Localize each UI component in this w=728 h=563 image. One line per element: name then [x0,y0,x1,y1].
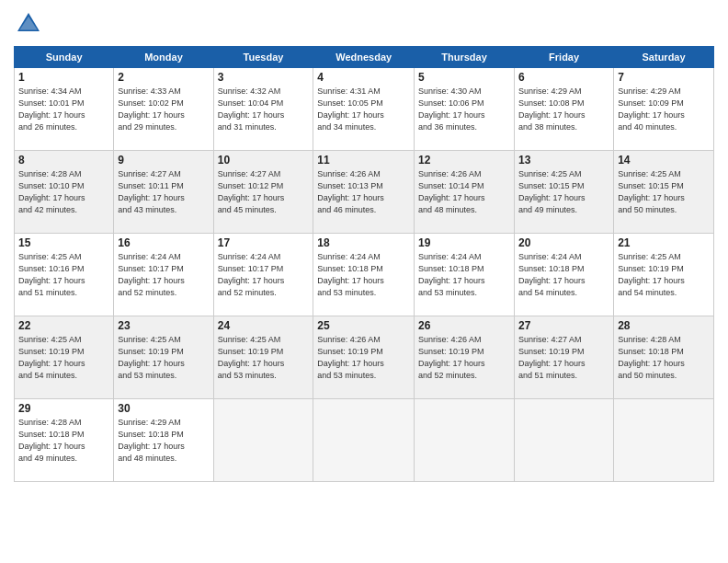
day-info: Sunrise: 4:25 AM Sunset: 10:15 PM Daylig… [618,168,710,216]
calendar-cell: 7Sunrise: 4:29 AM Sunset: 10:09 PM Dayli… [614,68,714,151]
day-number: 3 [218,71,310,84]
day-number: 9 [118,154,209,167]
day-number: 23 [118,319,209,332]
day-number: 25 [317,319,410,332]
calendar-cell [614,399,714,482]
page: Sunday Monday Tuesday Wednesday Thursday… [0,0,728,563]
day-number: 12 [418,154,510,167]
calendar-cell: 17Sunrise: 4:24 AM Sunset: 10:17 PM Dayl… [213,234,313,316]
calendar-cell: 26Sunrise: 4:26 AM Sunset: 10:19 PM Dayl… [415,316,515,399]
calendar-cell: 6Sunrise: 4:29 AM Sunset: 10:08 PM Dayli… [515,68,614,151]
calendar-cell: 2Sunrise: 4:33 AM Sunset: 10:02 PM Dayli… [114,68,213,151]
day-info: Sunrise: 4:32 AM Sunset: 10:04 PM Daylig… [218,86,310,133]
col-thursday: Thursday [415,47,515,68]
day-number: 29 [18,402,109,415]
day-info: Sunrise: 4:26 AM Sunset: 10:14 PM Daylig… [418,168,510,216]
calendar-cell: 1Sunrise: 4:34 AM Sunset: 10:01 PM Dayli… [15,68,114,151]
day-info: Sunrise: 4:25 AM Sunset: 10:19 PM Daylig… [18,334,109,382]
calendar-cell: 27Sunrise: 4:27 AM Sunset: 10:19 PM Dayl… [515,316,614,399]
calendar-cell: 18Sunrise: 4:24 AM Sunset: 10:18 PM Dayl… [313,234,415,316]
day-number: 13 [518,154,609,167]
day-number: 10 [218,154,310,167]
day-number: 6 [518,71,609,84]
col-tuesday: Tuesday [213,47,313,68]
day-info: Sunrise: 4:25 AM Sunset: 10:19 PM Daylig… [118,334,209,382]
day-info: Sunrise: 4:34 AM Sunset: 10:01 PM Daylig… [18,86,109,133]
day-number: 22 [18,319,109,332]
day-info: Sunrise: 4:28 AM Sunset: 10:10 PM Daylig… [18,168,109,216]
day-info: Sunrise: 4:31 AM Sunset: 10:05 PM Daylig… [317,86,410,133]
day-info: Sunrise: 4:24 AM Sunset: 10:18 PM Daylig… [317,251,410,299]
calendar-week-row: 8Sunrise: 4:28 AM Sunset: 10:10 PM Dayli… [15,151,714,234]
calendar-cell: 30Sunrise: 4:29 AM Sunset: 10:18 PM Dayl… [114,399,213,482]
day-info: Sunrise: 4:29 AM Sunset: 10:08 PM Daylig… [518,86,609,133]
calendar-cell [415,399,515,482]
calendar-week-row: 22Sunrise: 4:25 AM Sunset: 10:19 PM Dayl… [15,316,714,399]
day-number: 11 [317,154,410,167]
day-info: Sunrise: 4:30 AM Sunset: 10:06 PM Daylig… [418,86,510,133]
day-info: Sunrise: 4:28 AM Sunset: 10:18 PM Daylig… [618,334,710,382]
calendar-cell: 22Sunrise: 4:25 AM Sunset: 10:19 PM Dayl… [15,316,114,399]
col-sunday: Sunday [15,47,114,68]
col-friday: Friday [515,47,614,68]
calendar-week-row: 1Sunrise: 4:34 AM Sunset: 10:01 PM Dayli… [15,68,714,151]
logo-icon [14,9,43,39]
day-info: Sunrise: 4:24 AM Sunset: 10:17 PM Daylig… [118,251,209,299]
day-number: 19 [418,236,510,249]
calendar-cell: 23Sunrise: 4:25 AM Sunset: 10:19 PM Dayl… [114,316,213,399]
day-number: 30 [118,402,209,415]
day-info: Sunrise: 4:29 AM Sunset: 10:09 PM Daylig… [618,86,710,133]
calendar-week-row: 29Sunrise: 4:28 AM Sunset: 10:18 PM Dayl… [15,399,714,482]
calendar-header-row: Sunday Monday Tuesday Wednesday Thursday… [15,47,714,68]
day-number: 28 [618,319,710,332]
col-monday: Monday [114,47,213,68]
day-number: 8 [18,154,109,167]
calendar-cell [313,399,415,482]
day-info: Sunrise: 4:33 AM Sunset: 10:02 PM Daylig… [118,86,209,133]
header [14,9,714,39]
calendar-cell: 20Sunrise: 4:24 AM Sunset: 10:18 PM Dayl… [515,234,614,316]
day-info: Sunrise: 4:28 AM Sunset: 10:18 PM Daylig… [18,417,109,465]
calendar-week-row: 15Sunrise: 4:25 AM Sunset: 10:16 PM Dayl… [15,234,714,316]
day-info: Sunrise: 4:27 AM Sunset: 10:12 PM Daylig… [218,168,310,216]
calendar-cell: 4Sunrise: 4:31 AM Sunset: 10:05 PM Dayli… [313,68,415,151]
col-saturday: Saturday [614,47,714,68]
calendar-cell: 13Sunrise: 4:25 AM Sunset: 10:15 PM Dayl… [515,151,614,234]
calendar-cell: 15Sunrise: 4:25 AM Sunset: 10:16 PM Dayl… [15,234,114,316]
day-info: Sunrise: 4:24 AM Sunset: 10:17 PM Daylig… [218,251,310,299]
day-number: 1 [18,71,109,84]
calendar-cell: 3Sunrise: 4:32 AM Sunset: 10:04 PM Dayli… [213,68,313,151]
calendar-cell: 8Sunrise: 4:28 AM Sunset: 10:10 PM Dayli… [15,151,114,234]
day-number: 18 [317,236,410,249]
day-number: 4 [317,71,410,84]
day-info: Sunrise: 4:24 AM Sunset: 10:18 PM Daylig… [418,251,510,299]
day-number: 5 [418,71,510,84]
day-number: 20 [518,236,609,249]
day-info: Sunrise: 4:25 AM Sunset: 10:19 PM Daylig… [618,251,710,299]
day-info: Sunrise: 4:25 AM Sunset: 10:15 PM Daylig… [518,168,609,216]
day-info: Sunrise: 4:24 AM Sunset: 10:18 PM Daylig… [518,251,609,299]
col-wednesday: Wednesday [313,47,415,68]
day-info: Sunrise: 4:26 AM Sunset: 10:19 PM Daylig… [418,334,510,382]
day-info: Sunrise: 4:25 AM Sunset: 10:19 PM Daylig… [218,334,310,382]
day-number: 2 [118,71,209,84]
calendar-cell: 10Sunrise: 4:27 AM Sunset: 10:12 PM Dayl… [213,151,313,234]
calendar-cell: 11Sunrise: 4:26 AM Sunset: 10:13 PM Dayl… [313,151,415,234]
day-number: 21 [618,236,710,249]
calendar-cell: 19Sunrise: 4:24 AM Sunset: 10:18 PM Dayl… [415,234,515,316]
calendar-cell [213,399,313,482]
calendar-cell [515,399,614,482]
calendar-cell: 25Sunrise: 4:26 AM Sunset: 10:19 PM Dayl… [313,316,415,399]
day-info: Sunrise: 4:27 AM Sunset: 10:19 PM Daylig… [518,334,609,382]
logo [14,9,47,39]
day-info: Sunrise: 4:26 AM Sunset: 10:13 PM Daylig… [317,168,410,216]
calendar-cell: 12Sunrise: 4:26 AM Sunset: 10:14 PM Dayl… [415,151,515,234]
calendar-cell: 9Sunrise: 4:27 AM Sunset: 10:11 PM Dayli… [114,151,213,234]
calendar-cell: 5Sunrise: 4:30 AM Sunset: 10:06 PM Dayli… [415,68,515,151]
day-info: Sunrise: 4:25 AM Sunset: 10:16 PM Daylig… [18,251,109,299]
day-number: 26 [418,319,510,332]
day-number: 16 [118,236,209,249]
calendar-cell: 24Sunrise: 4:25 AM Sunset: 10:19 PM Dayl… [213,316,313,399]
day-number: 24 [218,319,310,332]
calendar-cell: 21Sunrise: 4:25 AM Sunset: 10:19 PM Dayl… [614,234,714,316]
